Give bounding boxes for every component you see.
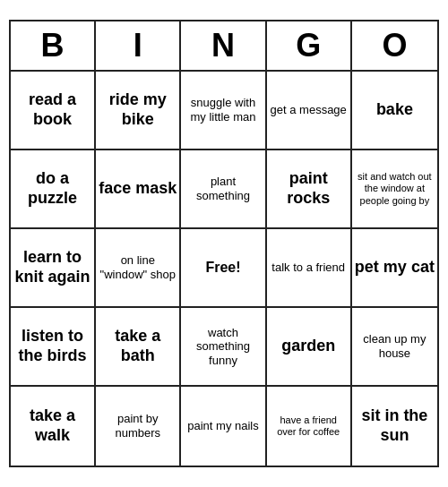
bingo-cell-14: pet my cat <box>352 229 437 308</box>
bingo-cell-8: paint rocks <box>267 150 352 229</box>
bingo-letter-g: G <box>267 21 352 70</box>
bingo-cell-2: snuggle with my little man <box>181 72 266 150</box>
bingo-header: BINGO <box>11 21 437 72</box>
bingo-cell-15: listen to the birds <box>11 308 96 387</box>
bingo-cell-13: talk to a friend <box>267 229 352 308</box>
bingo-cell-5: do a puzzle <box>11 150 96 229</box>
bingo-letter-b: B <box>11 21 96 70</box>
bingo-letter-o: O <box>352 21 437 70</box>
bingo-cell-22: paint my nails <box>181 387 266 466</box>
bingo-cell-17: watch something funny <box>181 308 266 387</box>
bingo-cell-6: face mask <box>96 150 181 229</box>
bingo-cell-19: clean up my house <box>352 308 437 387</box>
bingo-cell-11: on line "window" shop <box>96 229 181 308</box>
bingo-cell-18: garden <box>267 308 352 387</box>
bingo-letter-n: N <box>181 21 266 70</box>
bingo-cell-4: bake <box>352 72 437 150</box>
bingo-cell-10: learn to knit again <box>11 229 96 308</box>
bingo-cell-24: sit in the sun <box>352 387 437 466</box>
bingo-cell-9: sit and watch out the window at people g… <box>352 150 437 229</box>
bingo-cell-0: read a book <box>11 72 96 150</box>
bingo-cell-12: Free! <box>181 229 266 308</box>
bingo-card: BINGO read a bookride my bikesnuggle wit… <box>9 20 439 467</box>
bingo-cell-16: take a bath <box>96 308 181 387</box>
bingo-grid: read a bookride my bikesnuggle with my l… <box>11 72 437 466</box>
bingo-cell-3: get a message <box>267 72 352 150</box>
bingo-cell-23: have a friend over for coffee <box>267 387 352 466</box>
bingo-cell-21: paint by numbers <box>96 387 181 466</box>
bingo-cell-1: ride my bike <box>96 72 181 150</box>
bingo-cell-7: plant something <box>181 150 266 229</box>
bingo-cell-20: take a walk <box>11 387 96 466</box>
bingo-letter-i: I <box>96 21 181 70</box>
